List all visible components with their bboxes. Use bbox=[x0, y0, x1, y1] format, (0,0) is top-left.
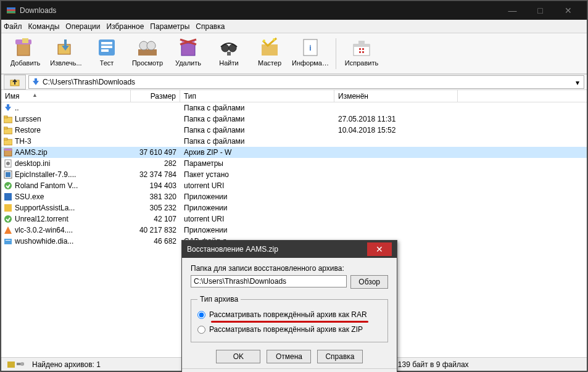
column-name[interactable]: Имя▲ bbox=[1, 90, 131, 102]
radio-rar-input[interactable] bbox=[197, 311, 205, 319]
column-modified[interactable]: Изменён bbox=[334, 90, 458, 102]
file-type: Приложении bbox=[180, 204, 334, 212]
repair-button[interactable]: Исправить bbox=[342, 36, 381, 67]
table-row[interactable]: AAMS.zip37 610 497Архив ZIP - W bbox=[1, 147, 587, 158]
svg-point-19 bbox=[263, 39, 265, 42]
column-size[interactable]: Размер bbox=[131, 90, 180, 102]
path-text: C:\Users\Thrash\Downloads bbox=[43, 78, 135, 86]
column-type[interactable]: Тип bbox=[180, 90, 334, 102]
view-button[interactable]: Просмотр bbox=[128, 36, 167, 67]
file-type: Параметры bbox=[180, 159, 334, 168]
menu-options[interactable]: Параметры bbox=[150, 22, 189, 31]
file-size: 282 bbox=[131, 159, 180, 168]
table-row[interactable]: ..Папка с файлами bbox=[1, 102, 587, 114]
file-icon bbox=[4, 181, 12, 190]
status-lock-icon bbox=[7, 360, 25, 369]
menu-commands[interactable]: Команды bbox=[28, 22, 60, 31]
wizard-button[interactable]: Мастер bbox=[251, 36, 289, 67]
titlebar[interactable]: Downloads — □ ✕ bbox=[1, 1, 587, 20]
svg-rect-9 bbox=[101, 46, 112, 48]
path-dropdown[interactable]: ▾ bbox=[573, 78, 582, 88]
svg-point-20 bbox=[273, 38, 275, 41]
menu-help[interactable]: Справка bbox=[196, 22, 225, 31]
file-icon bbox=[4, 137, 12, 146]
path-input[interactable]: C:\Users\Thrash\Downloads ▾ bbox=[28, 75, 584, 89]
find-button[interactable]: Найти bbox=[210, 36, 248, 67]
file-name: Roland Fantom V... bbox=[15, 181, 78, 190]
list-header: Имя▲ Размер Тип Изменён bbox=[1, 90, 587, 102]
view-icon bbox=[137, 37, 158, 58]
svg-rect-24 bbox=[354, 44, 370, 47]
table-row[interactable]: RestoreПапка с файлами10.04.2018 15:52 bbox=[1, 125, 587, 136]
add-button[interactable]: Добавить bbox=[6, 36, 44, 67]
svg-rect-43 bbox=[4, 193, 12, 200]
table-row[interactable]: TH-3Папка с файлами bbox=[1, 136, 587, 147]
file-type: Пакет устано bbox=[180, 170, 334, 179]
svg-rect-25 bbox=[358, 41, 365, 44]
table-row[interactable]: SSU.exe381 320Приложении bbox=[1, 191, 587, 202]
delete-icon bbox=[178, 37, 199, 58]
table-row[interactable]: Unreal12.torrent42 107utorrent URI bbox=[1, 213, 587, 225]
svg-rect-8 bbox=[101, 42, 112, 44]
minimize-button[interactable]: — bbox=[499, 2, 526, 19]
emphasis-underline bbox=[211, 321, 368, 323]
file-icon bbox=[4, 126, 12, 134]
menu-file[interactable]: Файл bbox=[4, 22, 22, 31]
file-type: utorrent URI bbox=[180, 215, 334, 223]
down-arrow-blue-icon bbox=[31, 78, 40, 86]
table-row[interactable]: vlc-3.0.2-win64....40 217 832Приложении bbox=[1, 225, 587, 236]
svg-rect-11 bbox=[138, 49, 157, 56]
svg-point-39 bbox=[6, 162, 10, 165]
table-row[interactable]: desktop.ini282Параметры bbox=[1, 158, 587, 169]
archive-type-legend: Тип архива bbox=[197, 295, 241, 304]
dialog-titlebar[interactable]: Восстановление AAMS.zip ✕ bbox=[182, 241, 397, 258]
file-icon bbox=[4, 148, 12, 157]
delete-button[interactable]: Удалить bbox=[169, 36, 207, 67]
table-row[interactable]: LurssenПапка с файлами27.05.2018 11:31 bbox=[1, 114, 587, 125]
cancel-button[interactable]: Отмена bbox=[267, 350, 311, 363]
svg-rect-44 bbox=[4, 204, 12, 212]
svg-rect-47 bbox=[6, 240, 10, 241]
file-size: 37 610 497 bbox=[131, 148, 180, 157]
file-type: utorrent URI bbox=[180, 181, 334, 190]
up-button[interactable] bbox=[4, 75, 26, 89]
folder-label: Папка для записи восстановленного архива… bbox=[191, 264, 388, 273]
test-button[interactable]: Тест bbox=[88, 36, 126, 67]
table-row[interactable]: EpicInstaller-7.9....32 374 784Пакет уст… bbox=[1, 169, 587, 180]
toolbar: Добавить Извлечь... Тест Просмотр Удалит… bbox=[1, 33, 587, 74]
close-button[interactable]: ✕ bbox=[554, 2, 582, 19]
radio-zip-input[interactable] bbox=[197, 326, 205, 334]
svg-rect-18 bbox=[262, 44, 278, 56]
dialog-close-button[interactable]: ✕ bbox=[367, 242, 392, 256]
file-type: Папка с файлами bbox=[180, 126, 334, 134]
window-title: Downloads bbox=[20, 6, 499, 15]
file-name: vlc-3.0.2-win64.... bbox=[15, 226, 73, 234]
svg-point-50 bbox=[20, 362, 24, 366]
file-name: desktop.ini bbox=[15, 159, 50, 168]
file-icon bbox=[4, 226, 12, 234]
svg-rect-10 bbox=[101, 49, 109, 52]
extract-button[interactable]: Извлечь... bbox=[47, 36, 85, 67]
browse-button[interactable]: Обзор bbox=[350, 275, 388, 289]
menu-favorites[interactable]: Избранное bbox=[107, 22, 144, 31]
repair-dialog: Восстановление AAMS.zip ✕ Папка для запи… bbox=[181, 240, 397, 372]
svg-text:i: i bbox=[309, 44, 311, 52]
radio-rar[interactable]: Рассматривать повреждённый архив как RAR bbox=[197, 310, 381, 319]
svg-rect-17 bbox=[227, 52, 231, 56]
maximize-button[interactable]: □ bbox=[526, 2, 554, 19]
ok-button[interactable]: OK bbox=[216, 350, 260, 363]
add-icon bbox=[15, 37, 36, 58]
file-icon bbox=[4, 215, 12, 223]
folder-path-input[interactable] bbox=[191, 275, 347, 287]
info-button[interactable]: i Информация bbox=[291, 36, 329, 67]
svg-rect-35 bbox=[4, 138, 7, 140]
pathbar: C:\Users\Thrash\Downloads ▾ bbox=[1, 74, 587, 90]
app-icon bbox=[6, 6, 16, 15]
help-button[interactable]: Справка bbox=[317, 350, 362, 363]
file-modified: 27.05.2018 11:31 bbox=[334, 115, 458, 123]
radio-zip[interactable]: Рассматривать повреждённый архив как ZIP bbox=[197, 325, 381, 334]
file-icon bbox=[4, 104, 12, 112]
menu-operations[interactable]: Операции bbox=[65, 22, 100, 31]
table-row[interactable]: SupportAssistLa...305 232Приложении bbox=[1, 202, 587, 213]
table-row[interactable]: Roland Fantom V...194 403utorrent URI bbox=[1, 180, 587, 191]
